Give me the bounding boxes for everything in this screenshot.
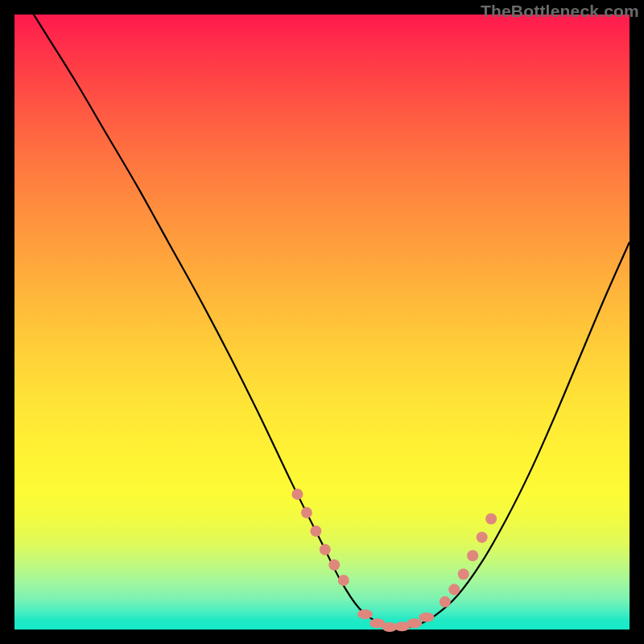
- chart-svg: [14, 14, 630, 630]
- curve-marker: [328, 559, 340, 571]
- curve-marker: [407, 618, 422, 628]
- curve-marker: [458, 568, 469, 580]
- curve-marker: [310, 526, 321, 537]
- curve-marker: [338, 575, 349, 586]
- curve-marker: [477, 531, 488, 543]
- curve-marker: [485, 513, 497, 524]
- curve-marker: [320, 544, 331, 555]
- watermark-text: TheBottleneck.com: [481, 2, 639, 21]
- curve-marker: [291, 489, 303, 500]
- marker-group: [291, 489, 497, 632]
- curve-marker: [467, 550, 478, 561]
- curve-marker: [440, 597, 451, 608]
- curve-marker: [357, 609, 373, 619]
- bottleneck-curve: [14, 0, 630, 627]
- curve-marker: [301, 507, 312, 518]
- curve-marker: [419, 613, 434, 622]
- chart-frame: TheBottleneck.com: [0, 0, 644, 644]
- curve-marker: [448, 584, 460, 595]
